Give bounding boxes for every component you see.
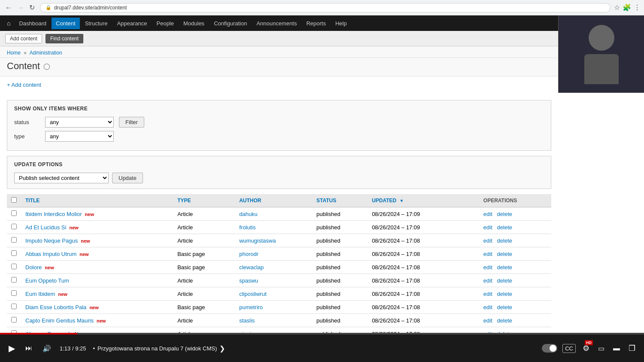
row-type-cell: Article (173, 234, 235, 247)
address-bar[interactable]: 🔒 drupal7.ddev.site/admin/content (40, 3, 611, 12)
fullscreen-button[interactable]: ❐ (627, 342, 637, 355)
nav-item-reports[interactable]: Reports (302, 18, 330, 29)
row-author-link[interactable]: pumetriro (239, 304, 263, 310)
nav-item-structure[interactable]: Structure (81, 18, 112, 29)
row-author-cell: dahuku (235, 207, 312, 221)
nav-item-dashboard[interactable]: Dashboard (15, 18, 51, 29)
play-button[interactable]: ▶ (7, 341, 17, 355)
nav-item-help[interactable]: Help (331, 18, 351, 29)
row-checkbox[interactable] (11, 264, 17, 269)
row-checkbox-cell (7, 301, 21, 314)
edit-link[interactable]: edit (483, 317, 492, 324)
edit-link[interactable]: edit (483, 291, 492, 297)
row-author-link[interactable]: spaswu (239, 277, 258, 284)
delete-link[interactable]: delete (497, 277, 512, 284)
row-title-link[interactable]: Eum Oppeto Tum (25, 277, 69, 284)
breadcrumb-admin[interactable]: Administration (30, 50, 62, 56)
nav-item-announcements[interactable]: Announcements (252, 18, 301, 29)
row-title-link[interactable]: Dolore (25, 264, 42, 271)
add-content-toolbar-button[interactable]: Add content (5, 34, 42, 43)
row-author-link[interactable]: staslis (239, 317, 255, 324)
delete-link[interactable]: delete (497, 291, 512, 297)
find-content-toolbar-button[interactable]: Find content (46, 34, 83, 43)
browser-nav-buttons[interactable]: ← → ↻ (3, 3, 36, 12)
row-title-link[interactable]: Imputo Neque Pagus (25, 237, 78, 244)
refresh-button[interactable]: ↻ (27, 3, 36, 12)
edit-link[interactable]: edit (483, 264, 492, 271)
row-checkbox[interactable] (11, 210, 17, 216)
delete-link[interactable]: delete (497, 237, 512, 244)
row-author-link[interactable]: cliposliwrut (239, 291, 267, 297)
row-title-link[interactable]: Diam Esse Lobortis Pala (25, 304, 86, 310)
nav-item-configuration[interactable]: Configuration (210, 18, 251, 29)
theater-button[interactable]: ▬ (611, 343, 622, 354)
delete-link[interactable]: delete (497, 304, 512, 310)
row-title-link[interactable]: Ibidem Interdico Molior (25, 211, 82, 217)
forward-button[interactable]: → (15, 3, 26, 12)
row-author-link[interactable]: phorodr (239, 251, 258, 257)
breadcrumb-home[interactable]: Home (7, 50, 21, 56)
edit-link[interactable]: edit (483, 304, 492, 310)
edit-link[interactable]: edit (483, 224, 492, 231)
nav-item-people[interactable]: People (152, 18, 178, 29)
filter-button[interactable]: Filter (119, 117, 144, 128)
delete-link[interactable]: delete (497, 251, 512, 257)
next-button[interactable]: ⏭ (24, 343, 34, 354)
select-all-checkbox[interactable] (11, 197, 17, 203)
edit-link[interactable]: edit (483, 237, 492, 244)
row-author-link[interactable]: frolutis (239, 224, 255, 231)
browser-actions[interactable]: ☆ 🧩 ⋮ (614, 3, 641, 12)
row-author-link[interactable]: wumugistaswa (239, 237, 276, 244)
delete-link[interactable]: delete (497, 317, 512, 324)
row-checkbox[interactable] (11, 237, 17, 243)
nav-item-modules[interactable]: Modules (179, 18, 209, 29)
row-title-cell: Imputo Neque Pagus new (21, 234, 173, 247)
edit-link[interactable]: edit (483, 251, 492, 257)
row-status-cell: published (312, 234, 368, 247)
row-title-link[interactable]: Eum Ibidem (25, 291, 55, 297)
th-updated[interactable]: UPDATED ▼ (368, 194, 465, 207)
status-select[interactable]: any published unpublished (45, 117, 114, 128)
row-title-link[interactable]: Ad Et Lucidus Si (25, 224, 66, 231)
row-author-link[interactable]: clewaclap (239, 264, 264, 271)
row-author-link[interactable]: dahuku (239, 211, 258, 217)
row-checkbox[interactable] (11, 317, 17, 322)
next-video-arrow[interactable]: ❯ (219, 344, 225, 353)
autoplay-toggle[interactable] (542, 344, 557, 353)
delete-link[interactable]: delete (497, 224, 512, 231)
add-content-link[interactable]: + Add content (7, 82, 41, 88)
edit-link[interactable]: edit (483, 277, 492, 284)
miniplayer-button[interactable]: ▭ (596, 343, 606, 354)
delete-link[interactable]: delete (497, 264, 512, 271)
row-title-link[interactable]: Abbas Imputo Utrum (25, 251, 76, 257)
row-type-cell: Article (173, 221, 235, 234)
row-checkbox[interactable] (11, 304, 17, 309)
th-status[interactable]: STATUS (312, 194, 368, 207)
row-author-cell: frolutis (235, 221, 312, 234)
back-button[interactable]: ← (3, 3, 14, 12)
row-checkbox[interactable] (11, 250, 17, 256)
edit-link[interactable]: edit (483, 211, 492, 217)
nav-item-appearance[interactable]: Appearance (112, 18, 151, 29)
row-checkbox[interactable] (11, 277, 17, 283)
row-title-link[interactable]: Capto Enim Genitus Mauris (25, 317, 94, 324)
update-select[interactable]: Publish selected content Unpublish selec… (14, 173, 109, 183)
home-icon[interactable]: ⌂ (3, 17, 14, 29)
volume-button[interactable]: 🔊 (41, 343, 53, 354)
help-circle-icon[interactable]: ◯ (43, 63, 50, 70)
cc-button[interactable]: CC (562, 344, 576, 353)
extensions-icon[interactable]: 🧩 (623, 3, 631, 12)
star-icon[interactable]: ☆ (614, 3, 620, 12)
th-author[interactable]: AUTHOR (235, 194, 312, 207)
menu-icon[interactable]: ⋮ (634, 3, 641, 12)
th-title[interactable]: TITLE (21, 194, 173, 207)
th-type[interactable]: TYPE (173, 194, 235, 207)
table-row: Eum Ibidem new Article cliposliwrut publ… (7, 287, 551, 301)
delete-link[interactable]: delete (497, 211, 512, 217)
row-checkbox[interactable] (11, 224, 17, 229)
type-select[interactable]: any Article Basic page (45, 131, 114, 142)
breadcrumb-separator-1: » (24, 50, 27, 56)
row-checkbox[interactable] (11, 290, 17, 296)
nav-item-content[interactable]: Content (52, 18, 80, 29)
update-button[interactable]: Update (112, 173, 143, 183)
